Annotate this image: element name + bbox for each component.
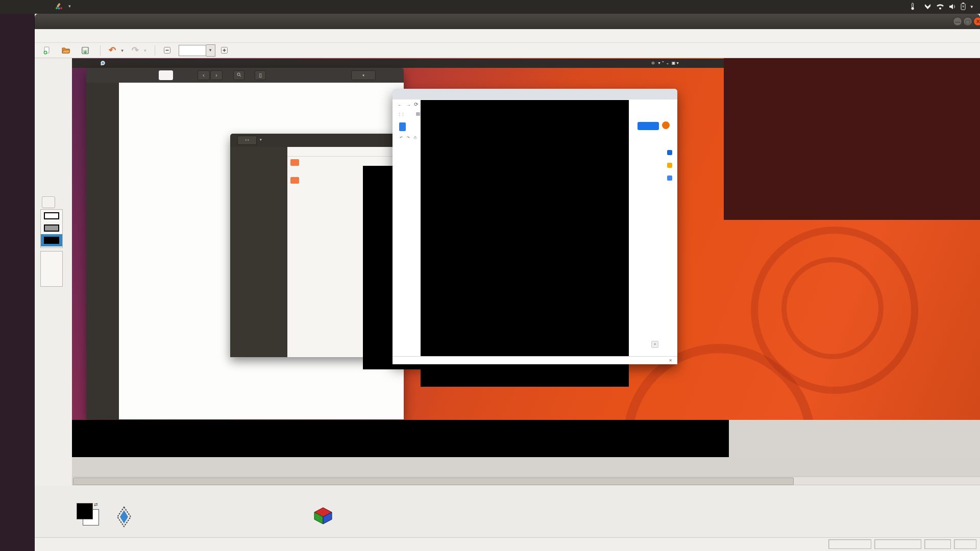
nested-files-nav-icons: ‹ › [237, 136, 257, 145]
nested-tasks-icon [667, 176, 672, 181]
nested-chrome-window: ← → ⟳ ⋮⋮ ↶ ↷ ⎙ [393, 89, 677, 364]
tool-panel [35, 58, 72, 486]
swap-colors-icon[interactable]: ⇄ [94, 502, 98, 507]
status-color-depth [924, 539, 951, 549]
nested-back-icon: ← [398, 102, 403, 107]
nested-files-sidebar [230, 147, 287, 357]
system-status-area[interactable]: ▾ [911, 3, 973, 10]
dock [0, 14, 34, 551]
zoom-out-button[interactable] [160, 45, 177, 55]
zoom-level-dropdown-icon[interactable]: ▾ [206, 44, 215, 57]
sync-icon [924, 3, 932, 10]
redo-button[interactable]: ↷ ▾ [129, 44, 150, 57]
nested-apps-icon: ⋮⋮ [398, 112, 405, 116]
open-button[interactable] [59, 45, 76, 55]
color-swatches[interactable]: ⇄ [76, 502, 102, 530]
new-document-icon [43, 46, 51, 55]
nested-forward-icon: → [406, 102, 411, 107]
close-button[interactable]: ✕ [973, 17, 980, 26]
battery-icon [961, 3, 966, 10]
nested-doc-toolbar-icons: ↶ ↷ ⎙ [400, 136, 418, 140]
new-button[interactable] [40, 45, 57, 56]
fill-style-background[interactable] [41, 222, 62, 234]
zoom-in-button[interactable] [217, 45, 234, 55]
zoom-out-icon [163, 46, 171, 54]
nested-status-icons: ⊖ ▾ ⌃ ⌄ ▣ ▾ [651, 61, 679, 65]
nested-pdf-header: ‹ › ▯ ▾ [86, 68, 404, 83]
nested-files-down-icon: ▾ [260, 138, 262, 142]
kolourpaint-window: — ▢ ✕ ↶ ▾ ↷ [34, 14, 980, 551]
canvas-viewport[interactable]: ▾ ⊖ ▾ ⌃ ⌄ ▣ ▾ ‹ › [72, 58, 980, 477]
foreground-color-swatch[interactable] [77, 503, 93, 519]
line-width-selector [40, 251, 63, 287]
nested-avatar [662, 121, 670, 129]
volume-icon [949, 4, 956, 10]
image-bottom-grey [729, 420, 980, 457]
edited-image[interactable]: ▾ ⊖ ▾ ⌃ ⌄ ▣ ▾ ‹ › [72, 58, 980, 457]
wallpaper-swirl [781, 257, 884, 359]
zoomed-inactive-button[interactable] [42, 196, 55, 208]
nested-bookmark-folder-icon [416, 112, 420, 116]
status-cursor-position [828, 539, 871, 549]
nested-chrome-redacted-block [421, 100, 629, 387]
color-cube-icon[interactable] [313, 507, 333, 525]
nested-share-button [638, 122, 659, 130]
color-similarity-icon[interactable] [115, 506, 133, 528]
scrollbar-thumb[interactable] [73, 478, 794, 485]
nested-pdf-search-icon [233, 70, 244, 80]
undo-button[interactable]: ↶ ▾ [106, 44, 127, 57]
fill-style-selector [40, 209, 63, 248]
save-icon [81, 46, 89, 55]
status-bar [35, 537, 980, 551]
toolbar: ↶ ▾ ↷ ▾ ▾ [35, 43, 980, 58]
nested-file-manager: ‹ › ▾ [230, 134, 400, 357]
fill-style-foreground[interactable] [41, 234, 62, 246]
menu-bar [35, 29, 980, 43]
undo-dropdown-icon[interactable]: ▾ [121, 48, 124, 53]
thermometer-icon [911, 3, 915, 10]
nested-download-bar: ✕ [393, 356, 677, 364]
nested-pdf-page-field [159, 70, 173, 80]
nested-pdf-prev-icon: ‹ [198, 70, 210, 80]
nested-pdf-sidepane-icon: ▯ [255, 70, 266, 80]
redo-dropdown-icon: ▾ [144, 48, 146, 53]
kolourpaint-mini-icon [55, 3, 62, 10]
fill-style-no-fill[interactable] [41, 210, 62, 222]
chevron-down-icon: ▾ [68, 4, 71, 9]
zoom-level-combobox[interactable]: ▾ [179, 44, 215, 57]
nested-pdf-zoom: ▾ [351, 70, 376, 80]
nested-keep-icon [667, 163, 672, 168]
nested-dark-window [724, 58, 980, 220]
image-redacted-bottom-bar [72, 420, 729, 457]
nested-calendar-icon [667, 150, 672, 155]
nested-files-content [287, 147, 400, 357]
nested-folder-icon [290, 177, 299, 184]
nested-pdf-next-icon: › [210, 70, 223, 80]
nested-docs-icon [399, 122, 406, 131]
chevron-down-icon: ▾ [970, 4, 973, 9]
system-top-bar: ▾ ▾ [0, 0, 980, 14]
nested-dock [100, 104, 118, 329]
nested-files-header: ‹ › ▾ [230, 134, 400, 147]
app-menu[interactable]: ▾ [55, 3, 71, 10]
zoom-level-value[interactable] [179, 45, 206, 56]
nested-top-bar: ▾ ⊖ ▾ ⌃ ⌄ ▣ ▾ [72, 59, 729, 68]
nested-chrome-tabstrip [393, 89, 677, 99]
nested-folder-icon [290, 159, 299, 166]
wifi-icon [936, 4, 944, 10]
status-document-size [874, 539, 921, 549]
nested-explore-button: + [651, 341, 658, 348]
nested-reload-icon: ⟳ [414, 102, 418, 107]
minimize-button[interactable]: — [953, 17, 962, 26]
status-zoom [954, 539, 976, 549]
nested-downloads-close-icon: ✕ [669, 358, 672, 363]
toolbar-separator [100, 45, 101, 56]
toolbar-separator [155, 45, 155, 56]
title-bar[interactable]: — ▢ ✕ [35, 14, 980, 30]
open-folder-icon [62, 46, 70, 54]
save-button[interactable] [78, 45, 95, 56]
zoom-in-icon [220, 46, 228, 54]
maximize-button[interactable]: ▢ [963, 17, 972, 26]
undo-icon: ↶ [109, 45, 116, 56]
horizontal-scrollbar[interactable] [72, 477, 980, 485]
